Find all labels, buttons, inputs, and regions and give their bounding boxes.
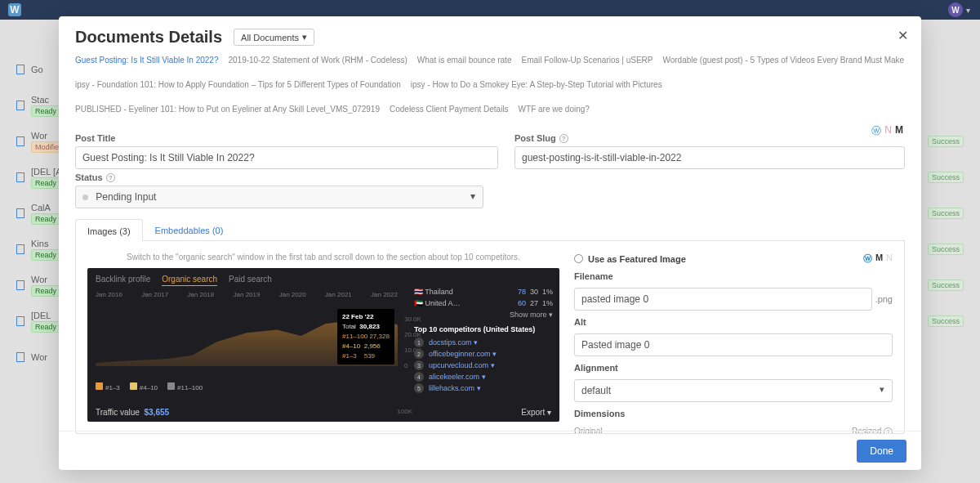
document-details-modal: Documents Details All Documents ▾ ✕ Gues… (59, 16, 921, 470)
alt-label: Alt (574, 317, 893, 327)
alt-input[interactable] (574, 333, 893, 356)
featured-image-radio[interactable] (574, 254, 583, 263)
traffic-chart: 22 Feb '22 Total 30,823 #11–100 27,328 #… (96, 291, 398, 379)
competitor-row: 2officebeginner.com ▾ (414, 348, 553, 360)
notion-icon: N (886, 253, 893, 265)
modal-title: Documents Details (75, 28, 222, 47)
document-link[interactable]: ipsy - How to Do a Smokey Eye: A Step-by… (411, 78, 662, 92)
post-slug-label: Post Slug ? (514, 133, 905, 143)
medium-icon: M (875, 253, 883, 265)
post-slug-input[interactable] (514, 146, 905, 169)
post-title-label: Post Title (75, 133, 498, 143)
tab-images[interactable]: Images (3) (75, 219, 143, 241)
post-slug-field: Post Slug ? (514, 133, 905, 169)
tab-embeddables[interactable]: Embeddables (0) (143, 218, 236, 240)
competitor-row: 4alicekeeler.com ▾ (414, 371, 553, 382)
platform-icons: ⓦ N M (871, 124, 903, 138)
featured-image-row: Use as Featured Image ⓦ M N (574, 253, 893, 265)
status-label: Status ? (75, 172, 483, 182)
chart-x-axis: Jan 2016 Jan 2017 Jan 2018 Jan 2019 Jan … (96, 291, 398, 298)
media-tabs: Images (3) Embeddables (0) (75, 218, 905, 241)
featured-image-label: Use as Featured Image (588, 254, 686, 264)
chart-tab-organic: Organic search (162, 275, 217, 286)
filename-ext: .png (875, 294, 893, 304)
document-link[interactable]: Wordable (guest post) - 5 Types of Video… (662, 53, 904, 68)
modal-overlay: Documents Details All Documents ▾ ✕ Gues… (0, 0, 980, 483)
traffic-value-label: Traffic value (96, 408, 140, 417)
competitors-title: Top 10 competitors (United States) (414, 325, 553, 333)
show-more-link: Show more ▾ (414, 309, 553, 320)
filename-input[interactable] (574, 288, 872, 311)
document-link[interactable]: 2019-10-22 Statement of Work (RHM - Code… (228, 53, 407, 68)
medium-icon: M (895, 124, 903, 138)
post-title-field: Post Title (75, 133, 498, 169)
document-link[interactable]: PUBLISHED - Eyeliner 101: How to Put on … (75, 102, 380, 117)
competitor-row: 3upcurvecloud.com ▾ (414, 360, 553, 371)
chart-tabs: Backlink profile Organic search Paid sea… (96, 275, 551, 286)
document-tabs-list: Guest Posting: Is It Still Viable In 202… (59, 53, 921, 125)
chart-tab-paid: Paid search (229, 275, 272, 286)
notion-icon: N (884, 124, 892, 138)
alignment-label: Alignment (574, 363, 893, 373)
wordpress-icon: ⓦ (871, 124, 881, 138)
chevron-down-icon: ▾ (302, 32, 307, 42)
document-link[interactable]: Codeless Client Payment Details (390, 102, 509, 117)
modal-header: Documents Details All Documents ▾ ✕ (59, 16, 921, 53)
image-panel: Switch to the "organic search" window in… (75, 241, 905, 434)
close-icon[interactable]: ✕ (898, 28, 908, 43)
done-button[interactable]: Done (857, 440, 906, 463)
wordpress-icon: ⓦ (863, 253, 872, 265)
image-preview: Backlink profile Organic search Paid sea… (87, 268, 559, 422)
competitor-row: 5lillehacks.com ▾ (414, 382, 553, 394)
document-link[interactable]: ipsy - Foundation 101: How to Apply Foun… (75, 78, 401, 92)
document-link[interactable]: WTF are we doing? (519, 102, 590, 117)
chart-right-panel: 🇹🇭 Thailand78 30 1% 🇦🇪 United A…60 27 1%… (414, 286, 553, 394)
image-hint: Switch to the "organic search" window in… (87, 253, 559, 262)
all-documents-label: All Documents (241, 33, 299, 42)
status-value: Pending Input (96, 191, 156, 203)
status-select[interactable]: Pending Input (75, 186, 483, 208)
help-icon[interactable]: ? (106, 173, 115, 182)
status-dot-icon (82, 195, 88, 200)
post-title-input[interactable] (75, 146, 498, 169)
all-documents-dropdown[interactable]: All Documents ▾ (234, 29, 314, 46)
document-link[interactable]: Email Follow-Up Scenarios | uSERP (521, 53, 653, 68)
competitor-row: 1docstips.com ▾ (414, 337, 553, 348)
document-link[interactable]: Guest Posting: Is It Still Viable In 202… (75, 53, 218, 68)
traffic-value: $3,655 (144, 408, 169, 417)
alignment-select[interactable]: default (574, 379, 893, 402)
export-button: Export ▾ (521, 408, 551, 417)
dimensions-label: Dimensions (574, 409, 893, 418)
chart-tooltip: 22 Feb '22 Total 30,823 #11–100 27,328 #… (337, 309, 394, 364)
document-link[interactable]: What is email bounce rate (417, 53, 512, 68)
help-icon[interactable]: ? (559, 134, 568, 143)
chart-tab-backlink: Backlink profile (96, 275, 150, 286)
filename-label: Filename (574, 271, 893, 281)
status-field: Status ? Pending Input (75, 172, 483, 208)
modal-footer: Done (59, 431, 921, 470)
